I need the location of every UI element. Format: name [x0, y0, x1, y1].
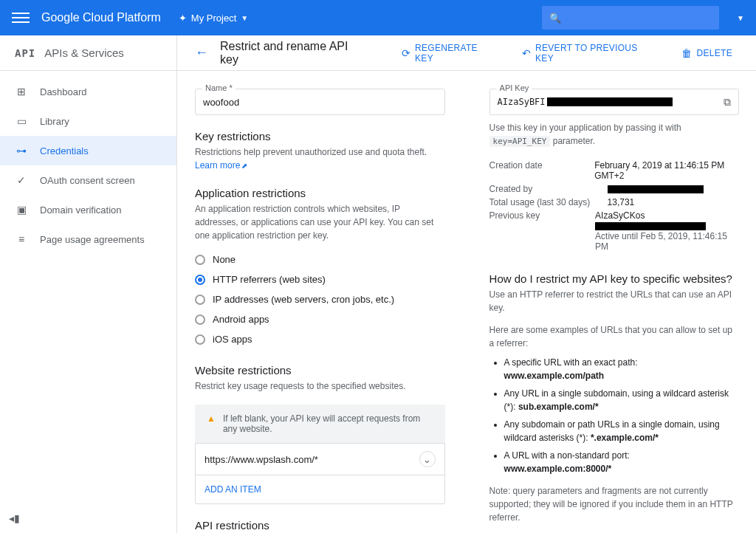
brand-label: Google Cloud Platform [41, 11, 161, 24]
project-icon: ✦ [179, 13, 187, 24]
referrer-examples: A specific URL with an exact path: www.e… [489, 356, 740, 475]
sidebar-item-dashboard[interactable]: ⊞Dashboard [0, 77, 176, 106]
radio-http-referrers[interactable]: HTTP referrers (web sites) [195, 269, 445, 289]
project-picker[interactable]: ✦ My Project ▼ [179, 13, 248, 24]
domain-icon: ▣ [15, 204, 28, 216]
warning-icon: ▲ [207, 413, 216, 424]
sidebar-item-usage[interactable]: ≡Page usage agreements [0, 224, 176, 254]
page-title: Restrict and rename API key [220, 40, 369, 66]
key-restrictions-desc: Restrictions help prevent unauthorized u… [195, 147, 427, 157]
chevron-down-icon: ▼ [241, 14, 248, 22]
sidebar-item-label: Dashboard [40, 86, 87, 97]
refresh-icon: ⟳ [402, 47, 410, 59]
radio-ios[interactable]: iOS apps [195, 329, 445, 349]
radio-icon [195, 334, 205, 345]
consent-icon: ✓ [15, 174, 28, 186]
api-restrictions-heading: API restrictions [195, 519, 445, 532]
sidebar-item-label: Page usage agreements [40, 234, 145, 245]
prev-key-expiry: Active until Feb 5, 2019, 11:46:15 PM [595, 231, 727, 252]
radio-icon [195, 314, 205, 325]
redacted-prev-key [595, 222, 706, 230]
total-usage: 13,731 [608, 197, 635, 207]
api-key-display: AIzaSyBFI ⧉ [489, 89, 740, 115]
referrer-url: https://www.wpslash.com/* [205, 454, 318, 465]
redacted-creator [608, 185, 704, 193]
app-restrictions-desc: An application restriction controls whic… [195, 202, 445, 242]
agreement-icon: ≡ [15, 233, 28, 245]
api-logo-icon: API [15, 47, 35, 59]
sidebar-item-credentials[interactable]: ⊶Credentials [0, 136, 176, 165]
menu-icon[interactable] [12, 13, 30, 23]
key-icon: ⊶ [15, 145, 28, 157]
regenerate-key-button[interactable]: ⟳REGENERATE KEY [396, 43, 504, 63]
radio-icon [195, 255, 205, 265]
revert-key-button[interactable]: ↶REVERT TO PREVIOUS KEY [516, 43, 664, 63]
expand-icon[interactable]: ⌄ [419, 451, 436, 467]
sidebar-item-domain[interactable]: ▣Domain verification [0, 195, 176, 224]
copy-icon[interactable]: ⧉ [724, 96, 731, 109]
dashboard-icon: ⊞ [15, 86, 28, 97]
website-restrictions-desc: Restrict key usage requests to the speci… [195, 379, 445, 393]
name-field-label: Name * [202, 83, 236, 92]
library-icon: ▭ [15, 115, 28, 127]
radio-android[interactable]: Android apps [195, 309, 445, 329]
external-link-icon: ⬈ [241, 162, 247, 170]
howto-note: Note: query parameters and fragments are… [489, 484, 740, 524]
blank-warning: ▲ If left blank, your API key will accep… [195, 405, 445, 443]
sidebar-item-label: Library [40, 116, 69, 127]
website-restrictions-heading: Website restrictions [195, 364, 445, 376]
undo-icon: ↶ [522, 47, 531, 59]
api-key-label: API Key [497, 83, 532, 92]
referrer-row[interactable]: https://www.wpslash.com/* ⌄ [196, 443, 444, 475]
account-menu[interactable]: ▼ [737, 14, 744, 22]
sidebar-title: APIs & Services [44, 47, 124, 59]
project-name: My Project [191, 13, 236, 24]
delete-button[interactable]: 🗑DELETE [676, 47, 738, 59]
search-icon: 🔍 [549, 13, 561, 24]
app-restrictions-heading: Application restrictions [195, 187, 445, 199]
radio-icon [195, 275, 205, 285]
sidebar-item-oauth[interactable]: ✓OAuth consent screen [0, 165, 176, 195]
name-input[interactable] [195, 89, 445, 115]
learn-more-link[interactable]: Learn more⬈ [195, 160, 247, 171]
sidebar-item-label: OAuth consent screen [40, 175, 135, 186]
radio-ip[interactable]: IP addresses (web servers, cron jobs, et… [195, 289, 445, 309]
key-restrictions-heading: Key restrictions [195, 130, 445, 142]
radio-none[interactable]: None [195, 250, 445, 269]
collapse-sidebar-icon[interactable]: ◂▮ [9, 512, 20, 524]
creation-date: February 4, 2019 at 11:46:15 PM GMT+2 [594, 160, 739, 181]
add-item-button[interactable]: ADD AN ITEM [196, 475, 444, 503]
sidebar-header: API APIs & Services [0, 35, 176, 71]
sidebar-item-label: Domain verification [40, 204, 122, 216]
search-input[interactable]: 🔍 [542, 6, 719, 30]
redacted-key [547, 97, 673, 106]
howto-heading: How do I restrict my API key to specific… [489, 272, 740, 285]
sidebar-item-library[interactable]: ▭Library [0, 106, 176, 136]
usage-hint: Use this key in your application by pass… [489, 121, 740, 148]
trash-icon: 🗑 [681, 47, 692, 59]
sidebar-item-label: Credentials [40, 145, 89, 157]
back-arrow-icon[interactable]: ← [195, 45, 208, 61]
radio-icon [195, 295, 205, 305]
